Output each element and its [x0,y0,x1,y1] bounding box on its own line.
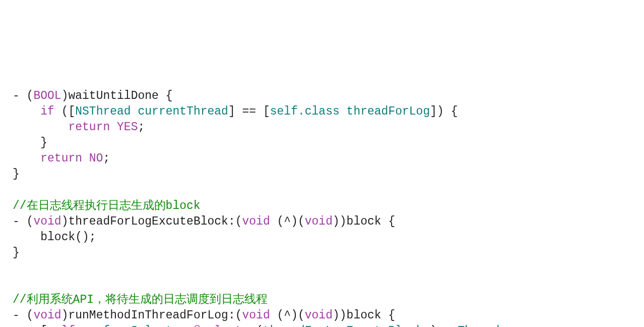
code-line: } [13,136,47,149]
code-line: [self performSelector:@selector(threadFo… [13,324,506,327]
code-line: - (void)threadForLogExcuteBlock:(void (^… [13,215,395,228]
code-comment: //利用系统API，将待生成的日志调度到日志线程 [13,293,268,306]
code-comment: //在日志线程执行日志生成的block [13,199,201,212]
code-line: - (void)runMethodInThreadForLog:(void (^… [13,309,395,322]
code-line: - (BOOL)waitUntilDone { [13,89,173,102]
code-line: } [13,168,20,181]
code-line: if ([NSThread currentThread] == [self.cl… [13,105,458,118]
code-line: return NO; [13,152,110,165]
code-line: } [13,246,20,259]
code-line: block(); [13,231,96,244]
code-line: return YES; [13,121,145,134]
code-snippet: - (BOOL)waitUntilDone { if ([NSThread cu… [13,73,631,327]
